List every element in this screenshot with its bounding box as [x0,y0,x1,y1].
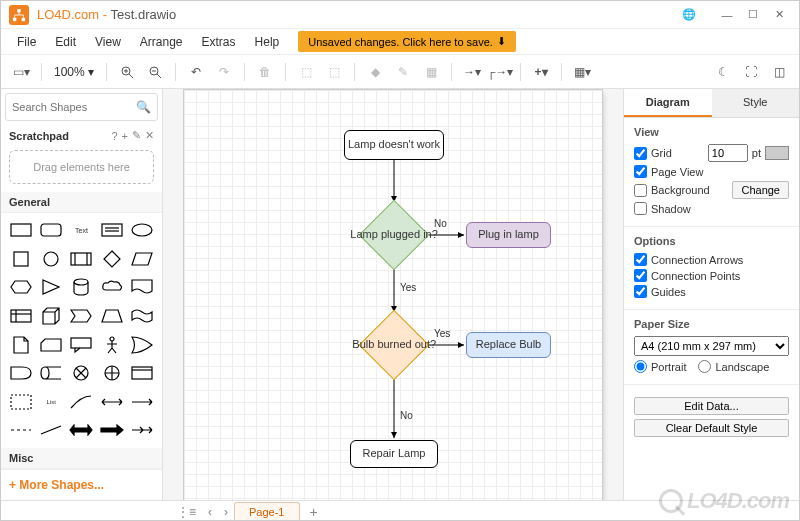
page-tab-1[interactable]: Page-1 [234,502,299,521]
menu-file[interactable]: File [9,32,44,52]
conn-points-checkbox[interactable] [634,269,647,282]
search-input[interactable] [12,101,136,113]
node-repair[interactable]: Repair Lamp [350,440,438,468]
delete-button[interactable]: 🗑 [253,60,277,84]
shape-arrow[interactable] [128,389,156,415]
shape-list[interactable] [7,389,35,415]
help-icon[interactable]: ? [111,130,117,142]
shape-callout[interactable] [67,332,95,358]
shape-cylinder[interactable] [67,274,95,300]
shape-internal[interactable] [7,303,35,329]
dark-mode-button[interactable]: ☾ [711,60,735,84]
shape-or[interactable] [128,332,156,358]
portrait-radio[interactable] [634,360,647,373]
menu-extras[interactable]: Extras [194,32,244,52]
minimize-button[interactable]: — [715,9,739,21]
paper-size-select[interactable]: A4 (210 mm x 297 mm) [634,336,789,356]
change-bg-button[interactable]: Change [732,181,789,199]
scratchpad-dropzone[interactable]: Drag elements here [9,150,154,184]
zoom-in-button[interactable] [115,60,139,84]
prev-page-button[interactable]: ‹ [202,505,218,519]
landscape-radio[interactable] [698,360,711,373]
shape-document[interactable] [128,274,156,300]
shape-datastore[interactable] [37,360,65,386]
shape-cloud[interactable] [98,274,126,300]
add-icon[interactable]: + [122,130,128,142]
shape-trapezoid[interactable] [98,303,126,329]
shape-curve[interactable] [67,389,95,415]
save-banner[interactable]: Unsaved changes. Click here to save. ⬇ [298,31,516,52]
menu-help[interactable]: Help [247,32,288,52]
shape-textbox[interactable] [98,217,126,243]
next-page-button[interactable]: › [218,505,234,519]
shape-step[interactable] [67,303,95,329]
tab-diagram[interactable]: Diagram [624,89,712,117]
shape-process[interactable] [67,246,95,272]
close-button[interactable]: ✕ [767,8,791,21]
undo-button[interactable]: ↶ [184,60,208,84]
waypoint-button[interactable]: ┌→▾ [488,60,512,84]
search-shapes[interactable]: 🔍 [5,93,158,121]
insert-button[interactable]: +▾ [529,60,553,84]
add-page-button[interactable]: + [300,504,328,520]
shape-text[interactable]: Text [67,217,95,243]
to-front-button[interactable]: ⬚ [294,60,318,84]
to-back-button[interactable]: ⬚ [322,60,346,84]
menu-edit[interactable]: Edit [47,32,84,52]
shape-actor[interactable] [98,332,126,358]
canvas-area[interactable]: Lamp doesn't work Lamp plugged in? No Pl… [163,89,623,500]
shape-and[interactable] [7,360,35,386]
shape-hexagon[interactable] [7,274,35,300]
node-plugin[interactable]: Plug in lamp [466,222,551,248]
edit-icon[interactable]: ✎ [132,129,141,142]
search-icon[interactable]: 🔍 [136,100,151,114]
shape-link[interactable] [128,417,156,443]
node-start[interactable]: Lamp doesn't work [344,130,444,160]
tab-style[interactable]: Style [712,89,800,117]
conn-arrows-checkbox[interactable] [634,253,647,266]
shape-ellipse[interactable] [128,217,156,243]
grid-checkbox[interactable] [634,147,647,160]
more-shapes-button[interactable]: + More Shapes... [1,469,162,500]
table-button[interactable]: ▦▾ [570,60,594,84]
connection-button[interactable]: →▾ [460,60,484,84]
fill-color-button[interactable]: ◆ [363,60,387,84]
shape-cube[interactable] [37,303,65,329]
node-replace[interactable]: Replace Bulb [466,332,551,358]
shape-dashline[interactable] [7,417,35,443]
shape-tape[interactable] [128,303,156,329]
shape-line[interactable] [37,417,65,443]
shape-biblock[interactable] [67,417,95,443]
pageview-checkbox[interactable] [634,165,647,178]
shape-xor[interactable] [67,360,95,386]
guides-checkbox[interactable] [634,285,647,298]
shape-biarrow[interactable] [98,389,126,415]
shape-rect[interactable] [7,217,35,243]
menu-view[interactable]: View [87,32,129,52]
edit-data-button[interactable]: Edit Data... [634,397,789,415]
zoom-level[interactable]: 100% ▾ [50,65,98,79]
shape-container[interactable] [128,360,156,386]
shadow-checkbox[interactable] [634,202,647,215]
shape-rounded[interactable] [37,217,65,243]
globe-icon[interactable]: 🌐 [677,8,701,21]
maximize-button[interactable]: ☐ [741,8,765,21]
shape-triangle[interactable] [37,274,65,300]
shape-block[interactable] [98,417,126,443]
shape-circle[interactable] [37,246,65,272]
background-checkbox[interactable] [634,184,647,197]
shape-parallelogram[interactable] [128,246,156,272]
format-panel-button[interactable]: ◫ [767,60,791,84]
clear-style-button[interactable]: Clear Default Style [634,419,789,437]
shape-diamond[interactable] [98,246,126,272]
shape-card[interactable] [37,332,65,358]
shadow-button[interactable]: ▦ [419,60,443,84]
view-mode-button[interactable]: ▭▾ [9,60,33,84]
canvas-page[interactable]: Lamp doesn't work Lamp plugged in? No Pl… [183,89,603,500]
grid-size-input[interactable] [708,144,748,162]
line-color-button[interactable]: ✎ [391,60,415,84]
shape-square[interactable] [7,246,35,272]
zoom-out-button[interactable] [143,60,167,84]
grid-color-swatch[interactable] [765,146,789,160]
shape-note[interactable] [7,332,35,358]
